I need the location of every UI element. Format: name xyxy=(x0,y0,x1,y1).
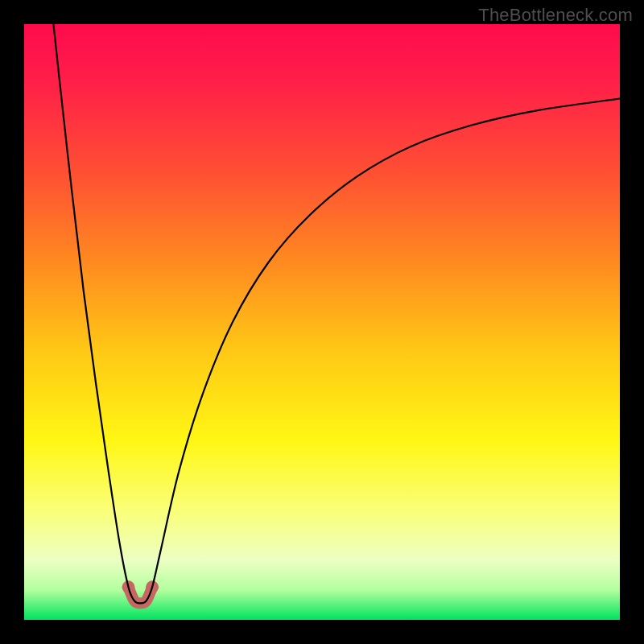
svg-rect-0 xyxy=(24,24,620,620)
gradient-background xyxy=(24,24,620,620)
watermark-label: TheBottleneck.com xyxy=(478,5,633,26)
chart-frame: TheBottleneck.com xyxy=(0,0,644,644)
plot-area xyxy=(24,24,620,620)
